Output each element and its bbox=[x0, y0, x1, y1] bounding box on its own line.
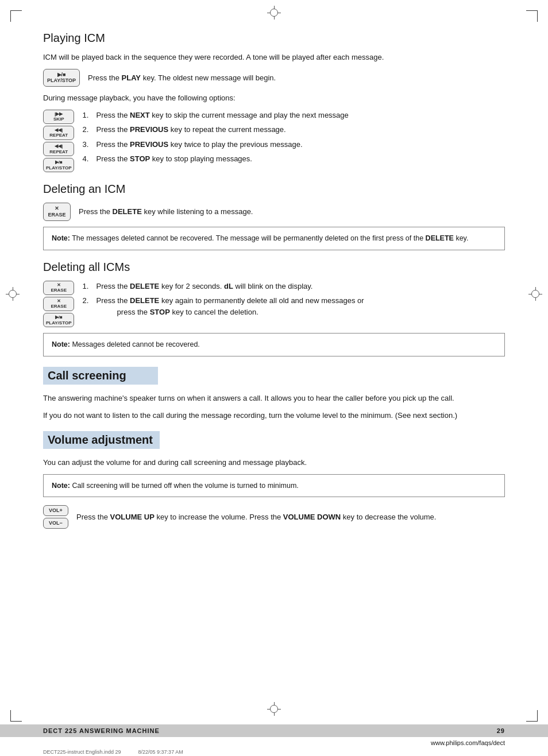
call-screening-para1: The answering machine's speaker turns on… bbox=[43, 393, 505, 404]
repeat-icon-1: ◀◀| REPEAT bbox=[43, 126, 74, 140]
delete-all-note-label: Note: bbox=[52, 340, 70, 348]
corner-mark-tl bbox=[10, 10, 22, 22]
volume-note-text: Call screening will be turned off when t… bbox=[72, 482, 298, 490]
crosshair-top bbox=[267, 6, 281, 20]
play-stop-icon-2: ▶/■ PLAY/STOP bbox=[43, 158, 74, 172]
corner-mark-tr bbox=[526, 10, 538, 22]
print-info: DECT225-instruct English.indd 29 8/22/05… bbox=[43, 749, 183, 756]
volume-adjustment-title: Volume adjustment bbox=[43, 431, 160, 449]
during-label: During message playback, you have the fo… bbox=[43, 92, 505, 104]
delete-all-step-2: 2. Press the DELETE key again to permane… bbox=[82, 295, 364, 317]
options-row: |▶▶ SKIP ◀◀| REPEAT ◀◀| REPEAT ▶/■ PLAY/… bbox=[43, 110, 505, 173]
call-screening-title: Call screening bbox=[43, 367, 158, 385]
page-number: 29 bbox=[497, 727, 505, 734]
play-instruction-text: Press the PLAY key. The oldest new messa… bbox=[88, 72, 276, 84]
section-deleting-icm: Deleting an ICM ✕ ERASE Press the DELETE… bbox=[43, 183, 505, 250]
section-playing-icm: Playing ICM ICM will be played back in t… bbox=[43, 32, 505, 172]
play-key-label: PLAY bbox=[122, 73, 141, 82]
delete-note-box: Note: The messages deleted cannot be rec… bbox=[43, 227, 505, 250]
deleting-all-title: Deleting all ICMs bbox=[43, 261, 505, 274]
volume-note-label: Note: bbox=[52, 482, 70, 490]
playback-button-stack: |▶▶ SKIP ◀◀| REPEAT ◀◀| REPEAT ▶/■ PLAY/… bbox=[43, 110, 74, 173]
corner-mark-br bbox=[526, 710, 538, 722]
footer-bar: DECT 225 ANSWERING MACHINE 29 bbox=[0, 724, 548, 737]
erase-icon-2: ✕ ERASE bbox=[43, 281, 74, 295]
playback-options-list: 1. Press the NEXT key to skip the curren… bbox=[82, 110, 348, 168]
delete-all-step-1: 1. Press the DELETE key for 2 seconds. d… bbox=[82, 281, 364, 292]
repeat-icon-2: ◀◀| REPEAT bbox=[43, 142, 74, 156]
section-volume-adjustment: Volume adjustment You can adjust the vol… bbox=[43, 431, 505, 529]
play-instruction-row: ▶/■ PLAY/STOP Press the PLAY key. The ol… bbox=[43, 69, 505, 87]
delete-all-row: ✕ ERASE ✕ ERASE ▶/■ PLAY/STOP 1. bbox=[43, 281, 505, 328]
play-stop-button-icon: ▶/■ PLAY/STOP bbox=[43, 69, 80, 87]
delete-all-list: 1. Press the DELETE key for 2 seconds. d… bbox=[82, 281, 364, 321]
delete-instruction-text: Press the DELETE key while listening to … bbox=[79, 206, 253, 218]
footer-url: www.philips.com/faqs/dect bbox=[431, 739, 505, 746]
delete-all-note-text: Messages deleted cannot be recovered. bbox=[72, 340, 199, 348]
print-info-left: DECT225-instruct English.indd 29 bbox=[43, 749, 121, 755]
vol-up-icon: VOL+ bbox=[43, 505, 68, 516]
deleting-icm-title: Deleting an ICM bbox=[43, 183, 505, 196]
volume-note-box: Note: Call screening will be turned off … bbox=[43, 474, 505, 498]
volume-adjustment-para: You can adjust the volume for and during… bbox=[43, 457, 505, 468]
volume-instruction-row: VOL+ VOL− Press the VOLUME UP key to inc… bbox=[43, 505, 505, 529]
vol-button-stack: VOL+ VOL− bbox=[43, 505, 68, 529]
skip-icon: |▶▶ SKIP bbox=[43, 110, 74, 124]
play-stop-icon-3: ▶/■ PLAY/STOP bbox=[43, 313, 74, 327]
footer-title: DECT 225 ANSWERING MACHINE bbox=[43, 727, 160, 734]
corner-mark-bl bbox=[10, 710, 22, 722]
crosshair-bottom bbox=[267, 702, 281, 716]
crosshair-left bbox=[6, 287, 20, 301]
delete-all-note-box: Note: Messages deleted cannot be recover… bbox=[43, 333, 505, 356]
section-call-screening: Call screening The answering machine's s… bbox=[43, 367, 505, 421]
delete-note-label: Note: bbox=[52, 234, 70, 242]
play-suffix: key. The oldest new message will begin. bbox=[141, 73, 276, 82]
option-1: 1. Press the NEXT key to skip the curren… bbox=[82, 110, 348, 121]
vol-down-icon: VOL− bbox=[43, 518, 68, 529]
option-2: 2. Press the PREVIOUS key to repeat the … bbox=[82, 124, 348, 135]
option-4: 4. Press the STOP key to stop playing me… bbox=[82, 153, 348, 165]
option-3: 3. Press the PREVIOUS key twice to play … bbox=[82, 139, 348, 150]
call-screening-para2: If you do not want to listen to the call… bbox=[43, 410, 505, 421]
crosshair-right bbox=[528, 287, 542, 301]
delete-all-button-stack: ✕ ERASE ✕ ERASE ▶/■ PLAY/STOP bbox=[43, 281, 74, 328]
page-wrapper: Playing ICM ICM will be played back in t… bbox=[0, 0, 548, 756]
erase-icon-3: ✕ ERASE bbox=[43, 297, 74, 311]
delete-note-text: The messages deleted cannot be recovered… bbox=[72, 234, 468, 242]
print-info-right: 8/22/05 9:37:37 AM bbox=[138, 749, 183, 755]
playing-icm-intro: ICM will be played back in the sequence … bbox=[43, 52, 505, 63]
playing-icm-title: Playing ICM bbox=[43, 32, 505, 45]
footer-bottom: www.philips.com/faqs/dect bbox=[0, 737, 548, 746]
delete-instruction-row: ✕ ERASE Press the DELETE key while liste… bbox=[43, 203, 505, 221]
page-content: Playing ICM ICM will be played back in t… bbox=[0, 0, 548, 550]
volume-instruction-text: Press the VOLUME UP key to increase the … bbox=[76, 511, 436, 523]
erase-icon-1: ✕ ERASE bbox=[43, 203, 71, 221]
section-deleting-all: Deleting all ICMs ✕ ERASE ✕ ERASE ▶/■ PL… bbox=[43, 261, 505, 356]
